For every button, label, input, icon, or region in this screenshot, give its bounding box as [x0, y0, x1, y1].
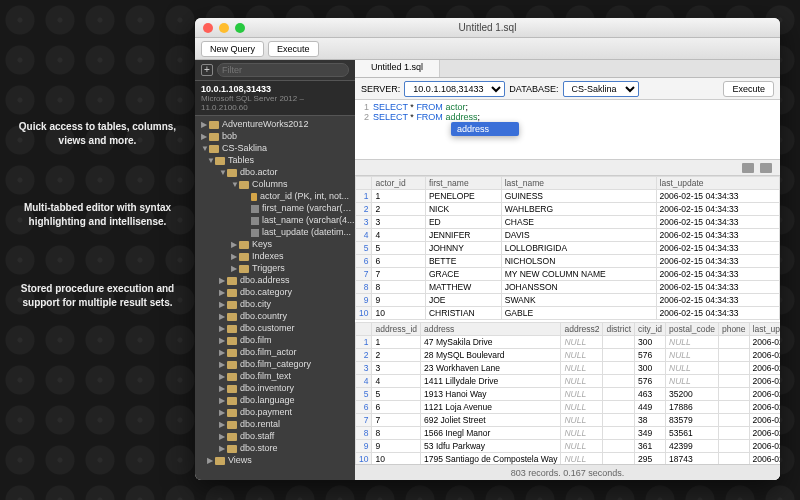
- table-cell[interactable]: 295: [635, 453, 666, 465]
- table-cell[interactable]: 9: [372, 294, 425, 307]
- table-cell[interactable]: [718, 336, 749, 349]
- tree-node[interactable]: ▼dbo.actor: [195, 166, 355, 178]
- table-row[interactable]: 77GRACEMY NEW COLUMN NAME2006-02-15 04:3…: [356, 268, 780, 281]
- table-cell[interactable]: 2006-02-15 04:45:: [749, 401, 780, 414]
- table-cell[interactable]: NULL: [666, 336, 719, 349]
- table-cell[interactable]: 2006-02-15 04:45:: [749, 440, 780, 453]
- table-cell[interactable]: 8: [372, 281, 425, 294]
- autocomplete-popup[interactable]: address: [451, 122, 519, 136]
- table-cell[interactable]: 53561: [666, 427, 719, 440]
- table-cell[interactable]: NULL: [666, 349, 719, 362]
- table-cell[interactable]: 2006-02-15 04:34:33: [656, 203, 779, 216]
- sql-editor[interactable]: 1SELECT * FROM actor;2SELECT * FROM addr…: [355, 100, 780, 160]
- tree-node[interactable]: ▶dbo.film_text: [195, 370, 355, 382]
- table-cell[interactable]: NULL: [561, 440, 603, 453]
- table-cell[interactable]: GUINESS: [501, 190, 656, 203]
- server-select[interactable]: 10.0.1.108,31433: [404, 81, 505, 97]
- table-cell[interactable]: 7: [372, 268, 425, 281]
- table-cell[interactable]: NULL: [561, 453, 603, 465]
- table-cell[interactable]: [603, 427, 635, 440]
- tree-node[interactable]: last_update (datetim...: [195, 226, 355, 238]
- table-cell[interactable]: 53 Idfu Parkway: [421, 440, 561, 453]
- table-cell[interactable]: 35200: [666, 388, 719, 401]
- table-cell[interactable]: MY NEW COLUMN NAME: [501, 268, 656, 281]
- table-cell[interactable]: 28 MySQL Boulevard: [421, 349, 561, 362]
- table-cell[interactable]: 17886: [666, 401, 719, 414]
- column-header[interactable]: phone: [718, 323, 749, 336]
- tree-node[interactable]: ▶dbo.address: [195, 274, 355, 286]
- tree-node[interactable]: ▶Views: [195, 454, 355, 466]
- tree-node[interactable]: ▶dbo.store: [195, 442, 355, 454]
- table-cell[interactable]: DAVIS: [501, 229, 656, 242]
- tree-node[interactable]: ▼Columns: [195, 178, 355, 190]
- column-header[interactable]: last_update: [749, 323, 780, 336]
- table-cell[interactable]: 2006-02-15 04:34:33: [656, 255, 779, 268]
- table-cell[interactable]: 1913 Hanoi Way: [421, 388, 561, 401]
- table-cell[interactable]: 1: [372, 336, 421, 349]
- table-cell[interactable]: [603, 362, 635, 375]
- server-header[interactable]: 10.0.1.108,31433 Microsoft SQL Server 20…: [195, 81, 355, 116]
- table-cell[interactable]: [718, 401, 749, 414]
- table-cell[interactable]: 2: [356, 203, 372, 216]
- table-cell[interactable]: 1: [372, 190, 425, 203]
- table-cell[interactable]: [603, 375, 635, 388]
- table-cell[interactable]: 8: [372, 427, 421, 440]
- table-cell[interactable]: 463: [635, 388, 666, 401]
- table-cell[interactable]: 2006-02-15 04:45:: [749, 453, 780, 465]
- table-row[interactable]: 9953 Idfu ParkwayNULL361423992006-02-15 …: [356, 440, 781, 453]
- tree-node[interactable]: ▶dbo.city: [195, 298, 355, 310]
- table-cell[interactable]: 692 Joliet Street: [421, 414, 561, 427]
- table-cell[interactable]: [603, 401, 635, 414]
- table-cell[interactable]: 576: [635, 349, 666, 362]
- table-cell[interactable]: 5: [356, 242, 372, 255]
- table-cell[interactable]: 4: [372, 375, 421, 388]
- tree-node[interactable]: ▶bob: [195, 130, 355, 142]
- table-cell[interactable]: 2: [372, 203, 425, 216]
- table-cell[interactable]: 23 Workhaven Lane: [421, 362, 561, 375]
- table-row[interactable]: 1010CHRISTIANGABLE2006-02-15 04:34:33: [356, 307, 780, 320]
- tree-node[interactable]: ▶AdventureWorks2012: [195, 118, 355, 130]
- execute-query-button[interactable]: Execute: [723, 81, 774, 97]
- table-cell[interactable]: 7: [372, 414, 421, 427]
- table-cell[interactable]: 9: [356, 440, 372, 453]
- table-cell[interactable]: 349: [635, 427, 666, 440]
- table-cell[interactable]: CHRISTIAN: [425, 307, 501, 320]
- execute-button[interactable]: Execute: [268, 41, 319, 57]
- titlebar[interactable]: Untitled 1.sql: [195, 18, 780, 38]
- table-cell[interactable]: PENELOPE: [425, 190, 501, 203]
- column-header[interactable]: postal_code: [666, 323, 719, 336]
- table-cell[interactable]: MATTHEW: [425, 281, 501, 294]
- tree-node[interactable]: ▶Triggers: [195, 262, 355, 274]
- table-cell[interactable]: 4: [356, 229, 372, 242]
- table-row[interactable]: 99JOESWANK2006-02-15 04:34:33: [356, 294, 780, 307]
- filter-input[interactable]: [217, 63, 349, 77]
- table-cell[interactable]: [718, 427, 749, 440]
- table-cell[interactable]: 2006-02-15 04:34:33: [656, 307, 779, 320]
- table-cell[interactable]: 3: [372, 362, 421, 375]
- table-cell[interactable]: 3: [356, 362, 372, 375]
- table-cell[interactable]: 6: [372, 255, 425, 268]
- column-header[interactable]: actor_id: [372, 177, 425, 190]
- table-row[interactable]: 661121 Loja AvenueNULL449178862006-02-15…: [356, 401, 781, 414]
- tree-node[interactable]: ▶dbo.language: [195, 394, 355, 406]
- table-cell[interactable]: 10: [356, 453, 372, 465]
- table-cell[interactable]: JENNIFER: [425, 229, 501, 242]
- tree-node[interactable]: ▶dbo.film_category: [195, 358, 355, 370]
- table-cell[interactable]: NICHOLSON: [501, 255, 656, 268]
- table-cell[interactable]: 4: [356, 375, 372, 388]
- table-cell[interactable]: NULL: [561, 336, 603, 349]
- table-row[interactable]: 22NICKWAHLBERG2006-02-15 04:34:33: [356, 203, 780, 216]
- table-cell[interactable]: 1: [356, 190, 372, 203]
- table-cell[interactable]: 8: [356, 427, 372, 440]
- table-cell[interactable]: 300: [635, 362, 666, 375]
- table-cell[interactable]: 2: [356, 349, 372, 362]
- table-cell[interactable]: 2006-02-15 04:34:33: [656, 229, 779, 242]
- table-cell[interactable]: [718, 349, 749, 362]
- table-cell[interactable]: 1566 Inegl Manor: [421, 427, 561, 440]
- table-cell[interactable]: GRACE: [425, 268, 501, 281]
- results-pane[interactable]: actor_idfirst_namelast_namelast_update11…: [355, 176, 780, 464]
- table-cell[interactable]: 2006-02-15 04:34:33: [656, 242, 779, 255]
- results-table-1[interactable]: actor_idfirst_namelast_namelast_update11…: [355, 176, 780, 320]
- table-cell[interactable]: 2: [372, 349, 421, 362]
- table-cell[interactable]: CHASE: [501, 216, 656, 229]
